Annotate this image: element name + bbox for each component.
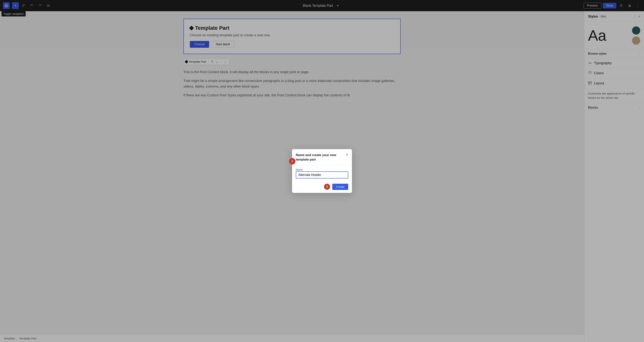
modal-footer: 2 Create [292,181,352,193]
create-button[interactable]: Create [332,184,348,190]
modal-header: Name and create your new template part × [292,149,352,165]
step-2-badge: 2 [324,184,330,190]
modal-body: Name [292,165,352,181]
modal-title: Name and create your new template part [296,153,344,162]
modal-close-button[interactable]: × [346,153,348,157]
name-label: Name [296,168,303,171]
modal-dialog: 1 Name and create your new template part… [292,149,352,193]
modal-overlay[interactable]: 1 Name and create your new template part… [0,0,644,342]
name-input[interactable] [296,171,348,178]
step-1-badge: 1 [289,158,296,164]
